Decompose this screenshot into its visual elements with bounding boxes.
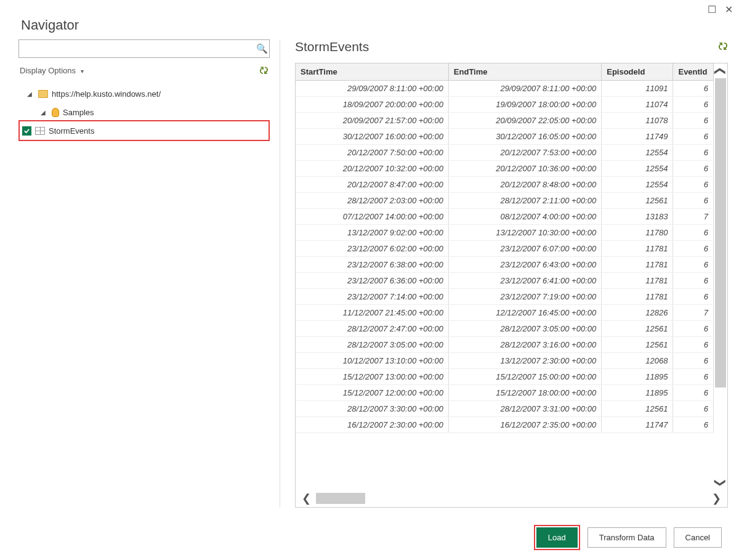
folder-icon xyxy=(38,90,48,98)
table-row[interactable]: 13/12/2007 9:02:00 +00:0013/12/2007 10:3… xyxy=(296,225,714,241)
cell-endtime: 20/09/2007 22:05:00 +00:00 xyxy=(448,113,601,129)
col-header-episodeid[interactable]: EpisodeId xyxy=(602,63,673,81)
table-row[interactable]: 20/12/2007 10:32:00 +00:0020/12/2007 10:… xyxy=(296,161,714,177)
table-row[interactable]: 07/12/2007 14:00:00 +00:0008/12/2007 4:0… xyxy=(296,209,714,225)
scrollbar-thumb[interactable] xyxy=(316,493,365,504)
table-row[interactable]: 30/12/2007 16:00:00 +00:0030/12/2007 16:… xyxy=(296,129,714,145)
cell-episodeid: 12561 xyxy=(602,401,673,417)
cell-endtime: 16/12/2007 2:35:00 +00:00 xyxy=(448,417,601,433)
preview-grid: StartTime EndTime EpisodeId EventId 29/0… xyxy=(295,63,728,508)
scrollbar-thumb[interactable] xyxy=(715,78,726,388)
cell-endtime: 15/12/2007 15:00:00 +00:00 xyxy=(448,369,601,385)
cell-starttime: 10/12/2007 13:10:00 +00:00 xyxy=(296,353,448,369)
table-row[interactable]: 10/12/2007 13:10:00 +00:0013/12/2007 2:3… xyxy=(296,353,714,369)
cell-starttime: 20/12/2007 8:47:00 +00:00 xyxy=(296,177,448,193)
search-field[interactable] xyxy=(19,44,254,54)
cell-eventid: 6 xyxy=(673,177,714,193)
page-title: Navigator xyxy=(21,17,739,33)
close-icon[interactable]: ✕ xyxy=(725,4,733,15)
table-row[interactable]: 15/12/2007 12:00:00 +00:0015/12/2007 18:… xyxy=(296,385,714,401)
table-row[interactable]: 29/09/2007 8:11:00 +00:0029/09/2007 8:11… xyxy=(296,81,714,97)
cell-endtime: 23/12/2007 6:41:00 +00:00 xyxy=(448,273,601,289)
display-options-label[interactable]: Display Options xyxy=(20,66,76,75)
cell-endtime: 28/12/2007 3:31:00 +00:00 xyxy=(448,401,601,417)
cell-eventid: 6 xyxy=(673,417,714,433)
scroll-right-icon[interactable]: ❯ xyxy=(709,492,724,505)
tree-node-label: https://help.kusto.windows.net/ xyxy=(52,89,161,99)
cell-episodeid: 11781 xyxy=(602,273,673,289)
cell-episodeid: 12554 xyxy=(602,161,673,177)
cell-starttime: 20/12/2007 10:32:00 +00:00 xyxy=(296,161,448,177)
cell-endtime: 28/12/2007 2:11:00 +00:00 xyxy=(448,193,601,209)
expand-icon[interactable]: ◢ xyxy=(27,91,34,97)
col-header-eventid[interactable]: EventId xyxy=(673,63,714,81)
table-row[interactable]: 16/12/2007 2:30:00 +00:0016/12/2007 2:35… xyxy=(296,417,714,433)
horizontal-scrollbar[interactable]: ❮ ❯ xyxy=(296,490,727,507)
expand-icon[interactable]: ◢ xyxy=(41,109,48,116)
cell-endtime: 12/12/2007 16:45:00 +00:00 xyxy=(448,305,601,321)
transform-data-button[interactable]: Transform Data xyxy=(588,527,666,548)
table-row[interactable]: 28/12/2007 3:05:00 +00:0028/12/2007 3:16… xyxy=(296,337,714,353)
table-row[interactable]: 20/12/2007 7:50:00 +00:0020/12/2007 7:53… xyxy=(296,145,714,161)
cell-eventid: 6 xyxy=(673,225,714,241)
refresh-preview-icon[interactable]: 🗘 xyxy=(718,41,728,52)
cell-episodeid: 11781 xyxy=(602,241,673,257)
cell-episodeid: 12554 xyxy=(602,177,673,193)
table-header-row: StartTime EndTime EpisodeId EventId xyxy=(296,63,714,81)
vertical-scrollbar[interactable]: ❮ ❯ xyxy=(714,63,727,490)
table-row[interactable]: 28/12/2007 2:03:00 +00:0028/12/2007 2:11… xyxy=(296,193,714,209)
refresh-tree-icon[interactable]: 🗘 xyxy=(259,65,269,76)
scroll-down-icon[interactable]: ❯ xyxy=(713,476,727,489)
cell-starttime: 28/12/2007 3:30:00 +00:00 xyxy=(296,401,448,417)
chevron-down-icon[interactable]: ▾ xyxy=(81,68,84,75)
cell-endtime: 29/09/2007 8:11:00 +00:00 xyxy=(448,81,601,97)
cell-starttime: 23/12/2007 7:14:00 +00:00 xyxy=(296,289,448,305)
table-row[interactable]: 15/12/2007 13:00:00 +00:0015/12/2007 15:… xyxy=(296,369,714,385)
cell-starttime: 29/09/2007 8:11:00 +00:00 xyxy=(296,81,448,97)
cell-starttime: 23/12/2007 6:02:00 +00:00 xyxy=(296,241,448,257)
cell-starttime: 23/12/2007 6:38:00 +00:00 xyxy=(296,257,448,273)
table-row[interactable]: 28/12/2007 3:30:00 +00:0028/12/2007 3:31… xyxy=(296,401,714,417)
checkbox-checked-icon[interactable] xyxy=(22,126,31,136)
search-icon[interactable]: 🔍 xyxy=(254,43,269,54)
cell-episodeid: 12826 xyxy=(602,305,673,321)
cell-starttime: 07/12/2007 14:00:00 +00:00 xyxy=(296,209,448,225)
cell-episodeid: 12561 xyxy=(602,193,673,209)
cell-eventid: 6 xyxy=(673,321,714,337)
table-row[interactable]: 23/12/2007 6:38:00 +00:0023/12/2007 6:43… xyxy=(296,257,714,273)
table-row[interactable]: 23/12/2007 6:02:00 +00:0023/12/2007 6:07… xyxy=(296,241,714,257)
tree-node-table-stormevents[interactable]: StormEvents xyxy=(18,120,270,141)
cell-eventid: 6 xyxy=(673,193,714,209)
scroll-up-icon[interactable]: ❮ xyxy=(713,64,727,78)
table-row[interactable]: 18/09/2007 20:00:00 +00:0019/09/2007 18:… xyxy=(296,97,714,113)
cell-endtime: 15/12/2007 18:00:00 +00:00 xyxy=(448,385,601,401)
cell-episodeid: 11078 xyxy=(602,113,673,129)
table-row[interactable]: 11/12/2007 21:45:00 +00:0012/12/2007 16:… xyxy=(296,305,714,321)
table-row[interactable]: 23/12/2007 7:14:00 +00:0023/12/2007 7:19… xyxy=(296,289,714,305)
table-row[interactable]: 23/12/2007 6:36:00 +00:0023/12/2007 6:41… xyxy=(296,273,714,289)
maximize-icon[interactable]: ☐ xyxy=(708,4,716,15)
table-row[interactable]: 28/12/2007 2:47:00 +00:0028/12/2007 3:05… xyxy=(296,321,714,337)
table-row[interactable]: 20/09/2007 21:57:00 +00:0020/09/2007 22:… xyxy=(296,113,714,129)
cell-endtime: 08/12/2007 4:00:00 +00:00 xyxy=(448,209,601,225)
cell-episodeid: 11895 xyxy=(602,385,673,401)
cell-endtime: 20/12/2007 7:53:00 +00:00 xyxy=(448,145,601,161)
cell-episodeid: 12068 xyxy=(602,353,673,369)
cell-starttime: 15/12/2007 13:00:00 +00:00 xyxy=(296,369,448,385)
cell-endtime: 20/12/2007 8:48:00 +00:00 xyxy=(448,177,601,193)
search-input[interactable]: 🔍 xyxy=(18,39,270,58)
scroll-left-icon[interactable]: ❮ xyxy=(299,492,313,505)
col-header-starttime[interactable]: StartTime xyxy=(296,63,448,81)
cell-episodeid: 11895 xyxy=(602,369,673,385)
cell-episodeid: 13183 xyxy=(602,209,673,225)
table-row[interactable]: 20/12/2007 8:47:00 +00:0020/12/2007 8:48… xyxy=(296,177,714,193)
cell-episodeid: 11074 xyxy=(602,97,673,113)
cancel-button[interactable]: Cancel xyxy=(674,527,722,548)
preview-title: StormEvents xyxy=(295,39,369,54)
tree-node-connection[interactable]: ◢ https://help.kusto.windows.net/ xyxy=(18,84,270,103)
tree-node-database[interactable]: ◢ Samples xyxy=(18,103,270,121)
load-button[interactable]: Load xyxy=(536,527,578,548)
col-header-endtime[interactable]: EndTime xyxy=(448,63,601,81)
cell-endtime: 28/12/2007 3:05:00 +00:00 xyxy=(448,321,601,337)
cell-eventid: 7 xyxy=(673,209,714,225)
